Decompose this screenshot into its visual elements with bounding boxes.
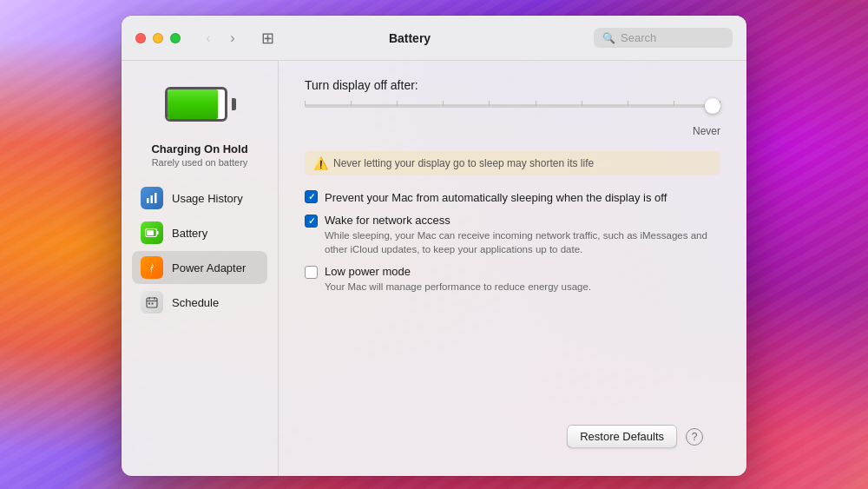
option-row-wake-network: Wake for network access While sleeping, … (305, 214, 720, 256)
window-body: Charging On Hold Rarely used on battery … (122, 61, 746, 476)
prevent-sleep-checkbox[interactable] (305, 190, 318, 203)
maximize-button[interactable] (170, 33, 181, 43)
prevent-sleep-content: Prevent your Mac from automatically slee… (325, 189, 720, 205)
schedule-label: Schedule (172, 296, 219, 309)
svg-rect-1 (151, 195, 154, 203)
svg-rect-5 (147, 230, 154, 235)
sidebar-item-battery[interactable]: Battery (132, 216, 267, 249)
search-input[interactable] (621, 31, 724, 44)
battery-status: Charging On Hold Rarely used on battery (151, 142, 247, 168)
wake-network-content: Wake for network access While sleeping, … (325, 214, 720, 256)
section-title: Turn display off after: (305, 78, 720, 92)
battery-label: Battery (172, 227, 207, 240)
battery-fill (168, 89, 218, 119)
svg-rect-2 (155, 193, 157, 203)
option-row-prevent-sleep: Prevent your Mac from automatically slee… (305, 189, 720, 205)
schedule-icon (141, 291, 163, 314)
slider-never-label: Never (693, 125, 720, 137)
low-power-sublabel: Your Mac will manage performance to redu… (325, 280, 720, 294)
warning-text: Never letting your display go to sleep m… (333, 157, 594, 169)
svg-rect-11 (148, 303, 150, 305)
battery-status-subtitle: Rarely used on battery (151, 157, 247, 168)
battery-body (165, 87, 227, 122)
main-content: Turn display off after: (279, 61, 746, 476)
battery-terminal (232, 98, 236, 110)
back-button[interactable]: ‹ (198, 28, 219, 49)
restore-defaults-button[interactable]: Restore Defaults (567, 425, 677, 448)
system-preferences-window: ‹ › ⊞ Battery 🔍 Charging On Hold (122, 16, 746, 476)
bottom-bar: Restore Defaults ? (305, 414, 720, 459)
sidebar: Charging On Hold Rarely used on battery … (122, 61, 278, 476)
slider-track (305, 104, 720, 108)
svg-rect-0 (147, 198, 149, 203)
option-row-low-power: Low power mode Your Mac will manage perf… (305, 265, 720, 294)
slider-thumb[interactable] (705, 98, 720, 114)
low-power-content: Low power mode Your Mac will manage perf… (325, 265, 720, 294)
minimize-button[interactable] (153, 33, 163, 43)
slider-label-row: Never (305, 125, 720, 137)
sidebar-item-power-adapter[interactable]: Power Adapter (132, 251, 267, 284)
warning-icon: ⚠️ (313, 156, 328, 170)
sidebar-item-usage-history[interactable]: Usage History (132, 182, 267, 215)
wake-network-checkbox[interactable] (305, 215, 318, 228)
search-bar[interactable]: 🔍 (594, 28, 733, 48)
close-button[interactable] (135, 33, 146, 43)
help-button[interactable]: ? (686, 428, 703, 446)
power-adapter-label: Power Adapter (172, 261, 246, 274)
titlebar: ‹ › ⊞ Battery 🔍 (122, 16, 746, 61)
power-adapter-icon (141, 256, 163, 279)
low-power-label: Low power mode (325, 265, 720, 278)
sidebar-item-schedule[interactable]: Schedule (132, 286, 267, 319)
battery-icon (165, 87, 234, 130)
window-title: Battery (236, 31, 583, 45)
prevent-sleep-label: Prevent your Mac from automatically slee… (325, 191, 667, 204)
usage-history-icon (141, 187, 163, 209)
low-power-checkbox[interactable] (305, 266, 318, 279)
usage-history-label: Usage History (172, 192, 243, 205)
svg-marker-6 (150, 262, 154, 273)
battery-status-title: Charging On Hold (151, 142, 247, 155)
traffic-lights (135, 33, 181, 43)
sidebar-nav: Usage History Battery (132, 182, 267, 319)
wake-network-label: Wake for network access (325, 214, 720, 227)
wake-network-sublabel: While sleeping, your Mac can receive inc… (325, 228, 720, 256)
battery-nav-icon (141, 221, 163, 244)
svg-rect-4 (157, 231, 159, 235)
svg-rect-12 (152, 303, 154, 305)
slider-container: Never (305, 104, 720, 137)
warning-row: ⚠️ Never letting your display go to slee… (305, 151, 720, 175)
search-icon: 🔍 (602, 32, 615, 44)
